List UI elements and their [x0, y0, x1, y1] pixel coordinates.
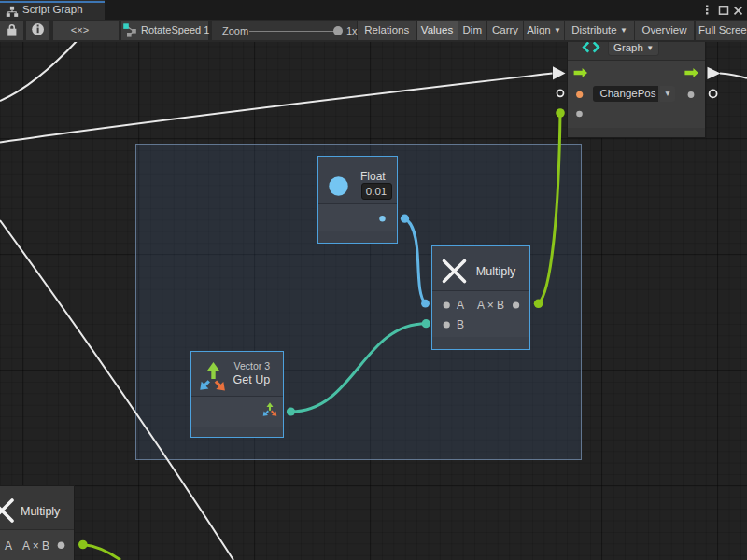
svg-text:<×>: <×>	[71, 24, 89, 35]
